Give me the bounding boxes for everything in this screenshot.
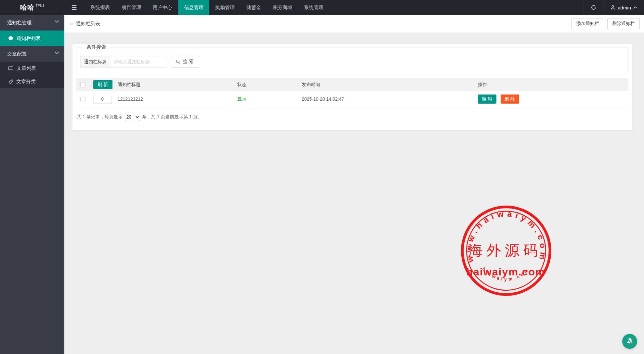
user-menu[interactable]: admin bbox=[604, 0, 644, 15]
collapse-sidebar-icon[interactable]: ☰ bbox=[67, 0, 81, 15]
nav-item-savings[interactable]: 储蓄金 bbox=[241, 0, 267, 15]
sidebar-item-article-category[interactable]: 文章分类 bbox=[0, 75, 64, 88]
sidebar-item-label: 文章分类 bbox=[16, 79, 36, 85]
row-status-toggle[interactable]: 显示 bbox=[237, 96, 246, 101]
search-button-label: 搜索 bbox=[183, 59, 195, 65]
nav-item-users[interactable]: 用户中心 bbox=[147, 0, 178, 15]
notification-fab[interactable] bbox=[622, 334, 637, 349]
breadcrumb: » 通知栏列表 bbox=[70, 20, 100, 27]
table-header-row: 刷新 通知栏标题 状态 发布时间 操作 bbox=[76, 78, 628, 91]
search-panel: 条件搜索 通知栏标题 搜索 bbox=[76, 44, 628, 73]
sidebar-group-label: 文章配置 bbox=[7, 51, 27, 57]
notice-table: 刷新 通知栏标题 状态 发布时间 操作 1212121212 显示 bbox=[76, 78, 628, 107]
refresh-icon bbox=[591, 5, 597, 10]
nav-item-projects[interactable]: 项目管理 bbox=[116, 0, 147, 15]
edit-button[interactable]: 编辑 bbox=[478, 95, 496, 104]
breadcrumb-bar: » 通知栏列表 添加通知栏 删除通知栏 bbox=[64, 15, 644, 33]
pagination: 共 1 条记录，每页显示 20 条，共 1 页当前显示第 1 页。 bbox=[77, 113, 628, 130]
col-header-title: 通知栏标题 bbox=[118, 78, 237, 91]
select-all-checkbox[interactable] bbox=[80, 82, 85, 87]
row-checkbox[interactable] bbox=[80, 97, 85, 102]
search-button[interactable]: 搜索 bbox=[171, 56, 199, 68]
delete-notice-button[interactable]: 删除通知栏 bbox=[607, 19, 640, 29]
nav-item-system[interactable]: 系统管理 bbox=[298, 0, 329, 15]
pagination-suffix: 条，共 1 页当前显示第 1 页。 bbox=[142, 114, 202, 120]
sidebar: 通知栏管理 通知栏列表 文章配置 文章列表 bbox=[0, 15, 64, 354]
per-page-select[interactable]: 20 bbox=[125, 113, 140, 121]
nav-item-mall[interactable]: 积分商城 bbox=[267, 0, 298, 15]
topbar: 哈哈 TP5.1 ☰ 系统报表 项目管理 用户中心 信息管理 奖励管理 储蓄金 … bbox=[0, 0, 644, 15]
col-header-status: 状态 bbox=[237, 78, 302, 91]
refresh-button[interactable] bbox=[584, 0, 604, 15]
nav-item-rewards[interactable]: 奖励管理 bbox=[209, 0, 241, 15]
page-actions: 添加通知栏 删除通知栏 bbox=[572, 19, 640, 29]
row-order-input[interactable] bbox=[93, 95, 112, 104]
chat-bubble-icon bbox=[8, 36, 13, 41]
sidebar-item-label: 通知栏列表 bbox=[16, 35, 41, 42]
app-version-badge: TP5.1 bbox=[36, 4, 45, 7]
sidebar-item-article-list[interactable]: 文章列表 bbox=[0, 62, 64, 75]
notice-list-card: 条件搜索 通知栏标题 搜索 bbox=[72, 44, 632, 130]
sidebar-item-label: 文章列表 bbox=[17, 65, 36, 71]
search-input[interactable] bbox=[110, 56, 166, 68]
search-field-label: 通知栏标题 bbox=[80, 56, 110, 68]
double-chevron-icon: » bbox=[70, 20, 73, 27]
sidebar-group-notice[interactable]: 通知栏管理 bbox=[0, 15, 64, 31]
book-icon bbox=[8, 66, 14, 71]
row-title: 1212121212 bbox=[118, 91, 237, 107]
user-icon bbox=[610, 5, 615, 10]
username: admin bbox=[618, 5, 631, 10]
topbar-right: admin bbox=[584, 0, 644, 15]
sidebar-group-label: 通知栏管理 bbox=[7, 20, 32, 25]
search-panel-legend: 条件搜索 bbox=[84, 44, 109, 50]
nav-item-info[interactable]: 信息管理 bbox=[178, 0, 209, 15]
chevron-down-icon bbox=[55, 51, 59, 54]
page-title: 通知栏列表 bbox=[76, 21, 100, 27]
chevron-up-icon bbox=[633, 6, 637, 9]
top-nav: 系统报表 项目管理 用户中心 信息管理 奖励管理 储蓄金 积分商城 系统管理 bbox=[85, 0, 329, 15]
tag-icon bbox=[8, 79, 13, 84]
content-area: 条件搜索 通知栏标题 搜索 bbox=[64, 33, 644, 354]
add-notice-button[interactable]: 添加通知栏 bbox=[572, 19, 604, 29]
app-logo: 哈哈 TP5.1 bbox=[0, 0, 64, 15]
table-row: 1212121212 显示 2025-10-20 14:02:47 编辑 删除 bbox=[76, 91, 628, 107]
nav-item-reports[interactable]: 系统报表 bbox=[85, 0, 116, 15]
app-title: 哈哈 bbox=[20, 3, 34, 12]
refresh-list-button[interactable]: 刷新 bbox=[93, 80, 112, 89]
search-icon bbox=[176, 59, 181, 64]
col-header-time: 发布时间 bbox=[302, 78, 478, 91]
row-publish-time: 2025-10-20 14:02:47 bbox=[302, 91, 478, 107]
pagination-prefix: 共 1 条记录，每页显示 bbox=[77, 114, 123, 120]
main-area: » 通知栏列表 添加通知栏 删除通知栏 条件搜索 通知栏标题 bbox=[64, 15, 644, 354]
delete-button[interactable]: 删除 bbox=[501, 95, 519, 104]
sidebar-item-notice-list[interactable]: 通知栏列表 bbox=[0, 31, 64, 46]
col-header-action: 操作 bbox=[478, 78, 628, 91]
chevron-down-icon bbox=[55, 20, 59, 23]
bell-off-icon bbox=[625, 337, 634, 346]
sidebar-group-article[interactable]: 文章配置 bbox=[0, 46, 64, 62]
